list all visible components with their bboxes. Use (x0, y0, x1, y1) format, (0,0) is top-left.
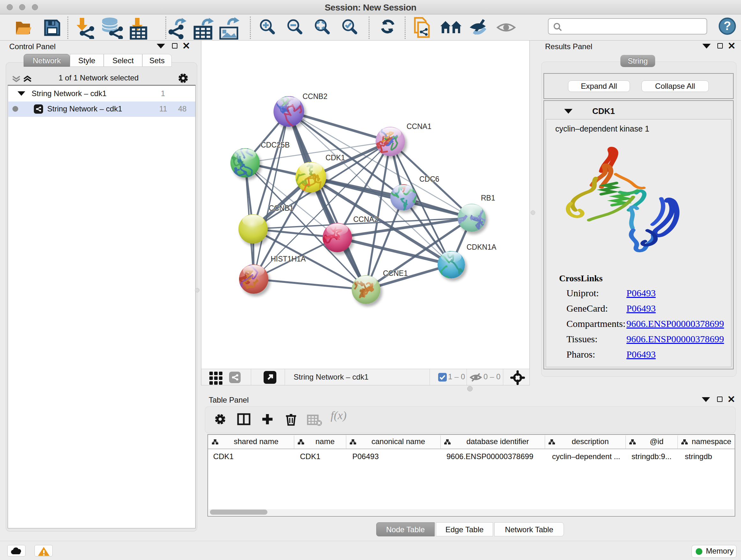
svg-text:?: ? (724, 19, 731, 33)
